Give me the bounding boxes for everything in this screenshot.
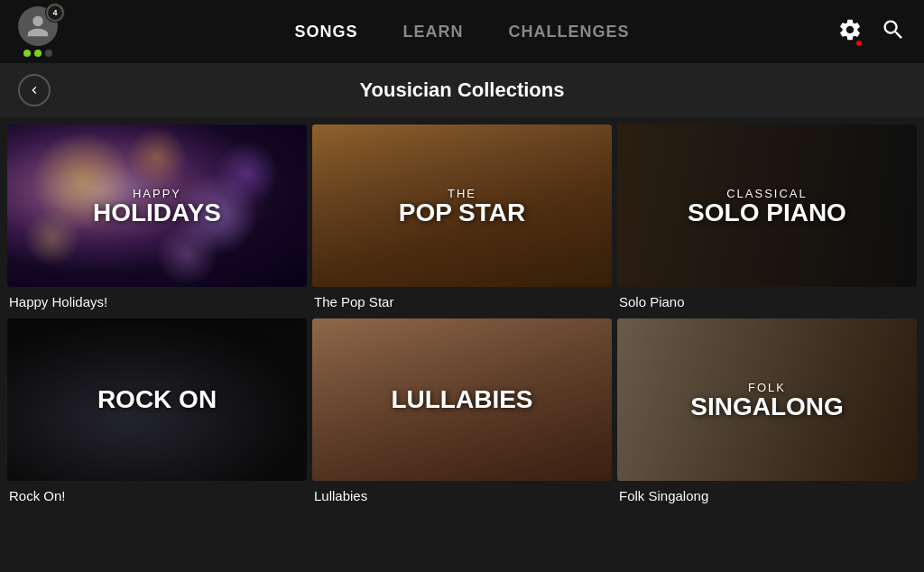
header: 4 SONGS LEARN CHALLENGES [0,0,924,63]
collection-thumb-lullabies: LULLABIES [312,318,612,481]
collection-thumb-folk-singalong: FOLK SINGALONG [617,318,917,481]
collection-thumb-happy-holidays: HAPPY HOLIDAYS [7,125,307,287]
collection-label-rock-on: Rock On! [7,481,307,507]
page-title: Yousician Collections [65,78,859,102]
settings-button[interactable] [837,17,863,46]
collection-text-happy-holidays: HAPPY HOLIDAYS [93,187,221,226]
breadcrumb-bar: Yousician Collections [0,63,924,117]
nav-challenges[interactable]: CHALLENGES [509,23,630,42]
collection-label-folk-singalong: Folk Singalong [617,481,917,507]
progress-dots [23,50,52,57]
settings-notification-dot [856,41,862,46]
header-left: 4 [18,6,126,57]
collection-text-folk-singalong: FOLK SINGALONG [690,381,844,420]
collection-label-lullabies: Lullabies [312,481,612,507]
collection-thumb-solo-piano: CLASSICAL SOLO PIANO [617,125,917,287]
collection-item-solo-piano[interactable]: CLASSICAL SOLO PIANO Solo Piano [617,125,917,313]
collection-label-pop-star: The Pop Star [312,287,612,313]
collection-item-pop-star[interactable]: THE POP STAR The Pop Star [312,125,612,313]
avatar[interactable]: 4 [18,6,58,46]
collection-label-solo-piano: Solo Piano [617,287,917,313]
dot-3 [45,50,52,57]
collection-main-label-pop-star: POP STAR [399,200,526,226]
collection-main-label-folk-singalong: SINGALONG [690,394,844,420]
back-button[interactable] [18,74,51,106]
collection-item-happy-holidays[interactable]: HAPPY HOLIDAYS Happy Holidays! [7,125,307,313]
nav-learn[interactable]: LEARN [403,23,464,42]
collection-item-lullabies[interactable]: LULLABIES Lullabies [312,318,612,507]
dot-1 [23,50,31,57]
collection-main-label-solo-piano: SOLO PIANO [688,200,846,226]
collection-thumb-rock-on: ROCK ON [7,318,307,481]
search-button[interactable] [881,17,906,46]
collections-grid: HAPPY HOLIDAYS Happy Holidays! THE POP S… [0,117,924,514]
collection-item-folk-singalong[interactable]: FOLK SINGALONG Folk Singalong [617,318,917,507]
header-right [798,17,906,46]
collection-text-rock-on: ROCK ON [97,387,217,412]
collection-main-label-lullabies: LULLABIES [391,387,532,412]
collection-item-rock-on[interactable]: ROCK ON Rock On! [7,318,307,507]
collection-thumb-pop-star: THE POP STAR [312,125,612,287]
collection-text-lullabies: LULLABIES [391,387,532,412]
main-nav: SONGS LEARN CHALLENGES [294,23,629,42]
user-level: 4 [52,8,57,17]
collection-label-happy-holidays: Happy Holidays! [7,287,307,313]
collection-text-solo-piano: CLASSICAL SOLO PIANO [688,187,846,226]
collection-text-pop-star: THE POP STAR [399,187,526,226]
collection-main-label-happy-holidays: HOLIDAYS [93,200,221,226]
collection-main-label-rock-on: ROCK ON [97,387,217,412]
nav-songs[interactable]: SONGS [294,23,357,42]
dot-2 [34,50,42,57]
